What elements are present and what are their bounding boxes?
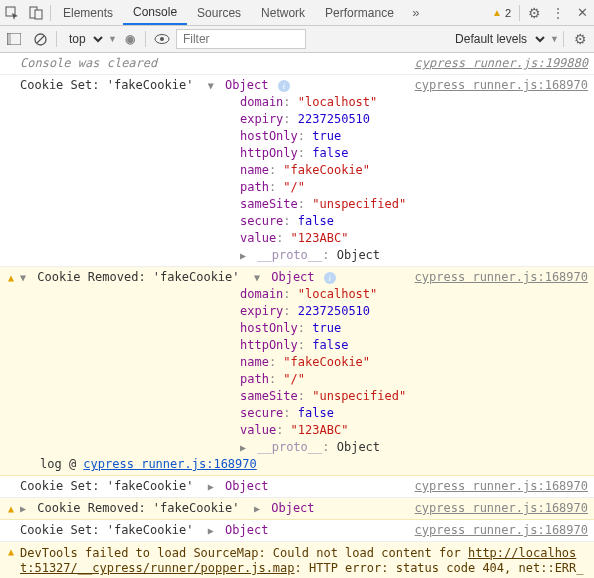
warning-icon: ▲ — [8, 503, 14, 514]
object-prop: hostOnly: true — [240, 128, 407, 145]
object-twisty-closed-icon[interactable]: ▶ — [254, 500, 264, 517]
source-link[interactable]: cypress runner.js:168970 — [407, 500, 588, 517]
svg-rect-2 — [35, 10, 42, 19]
log-row-cookie-removed: ▲ ▼ Cookie Removed: 'fakeCookie' ▼ Objec… — [0, 267, 594, 476]
object-prop: path: "/" — [240, 179, 407, 196]
object-prop: expiry: 2237250510 — [240, 303, 407, 320]
device-toolbar-icon[interactable] — [24, 1, 48, 25]
object-prop: hostOnly: true — [240, 320, 407, 337]
warning-icon: ▲ — [8, 546, 14, 557]
sourcemap-warning: ▲ DevTools failed to load SourceMap: Cou… — [0, 542, 594, 578]
object-label[interactable]: Object — [225, 523, 268, 537]
group-twisty-closed-icon[interactable]: ▶ — [20, 500, 30, 517]
log-label: Cookie Removed: 'fakeCookie' — [37, 270, 239, 284]
object-prop: httpOnly: false — [240, 337, 407, 354]
object-body: domain: "localhost"expiry: 2237250510hos… — [240, 94, 407, 264]
source-link[interactable]: cypress runner.js:168970 — [407, 269, 588, 473]
object-prop: httpOnly: false — [240, 145, 407, 162]
object-prop: value: "123ABC" — [240, 230, 407, 247]
log-row-cookie-removed: ▲ ▶ Cookie Removed: 'fakeCookie' ▶ Objec… — [0, 498, 594, 520]
object-prop: sameSite: "unspecified" — [240, 196, 407, 213]
source-link[interactable]: cypress runner.js:199880 — [407, 55, 588, 72]
proto-twisty-closed-icon[interactable]: ▶ — [240, 247, 250, 264]
chevron-down-icon: ▼ — [550, 34, 559, 44]
object-twisty-closed-icon[interactable]: ▶ — [208, 522, 218, 539]
warning-icon: ▲ — [8, 272, 14, 283]
log-label: Cookie Set: 'fakeCookie' — [20, 78, 193, 92]
kebab-menu-icon[interactable]: ⋮ — [546, 1, 570, 25]
object-twisty-open-icon[interactable]: ▼ — [254, 269, 264, 286]
object-prop: expiry: 2237250510 — [240, 111, 407, 128]
object-prop: domain: "localhost" — [240, 94, 407, 111]
object-label[interactable]: Object — [271, 501, 314, 515]
object-prop: secure: false — [240, 213, 407, 230]
object-body: domain: "localhost"expiry: 2237250510hos… — [240, 286, 407, 456]
object-label[interactable]: Object — [271, 270, 314, 284]
context-select[interactable]: top — [61, 29, 106, 49]
info-icon[interactable]: i — [278, 80, 290, 92]
chevron-down-icon: ▼ — [108, 34, 117, 44]
object-label[interactable]: Object — [225, 479, 268, 493]
object-twisty-closed-icon[interactable]: ▶ — [208, 478, 218, 495]
object-prop: path: "/" — [240, 371, 407, 388]
log-label: Cookie Removed: 'fakeCookie' — [37, 501, 239, 515]
source-link[interactable]: cypress runner.js:168970 — [407, 522, 588, 539]
tab-network[interactable]: Network — [251, 2, 315, 24]
warning-icon: ▲ — [492, 7, 502, 18]
filter-input[interactable] — [176, 29, 306, 49]
info-icon[interactable]: i — [324, 272, 336, 284]
log-label: Cookie Set: 'fakeCookie' — [20, 523, 193, 537]
object-twisty-open-icon[interactable]: ▼ — [208, 77, 218, 94]
svg-line-6 — [37, 36, 44, 43]
object-label[interactable]: Object — [225, 78, 268, 92]
settings-icon[interactable]: ⚙ — [522, 1, 546, 25]
svg-rect-4 — [7, 33, 11, 45]
log-levels-select[interactable]: Default levels — [447, 29, 548, 49]
proto-twisty-closed-icon[interactable]: ▶ — [240, 439, 250, 456]
object-prop: sameSite: "unspecified" — [240, 388, 407, 405]
object-prop: name: "fakeCookie" — [240, 162, 407, 179]
inspect-element-icon[interactable] — [0, 1, 24, 25]
console-settings-icon[interactable]: ⚙ — [568, 27, 592, 51]
object-proto[interactable]: ▶ __proto__: Object — [240, 439, 407, 456]
tab-sources[interactable]: Sources — [187, 2, 251, 24]
object-proto[interactable]: ▶ __proto__: Object — [240, 247, 407, 264]
source-link[interactable]: cypress runner.js:168970 — [407, 77, 588, 264]
console-cleared-row: Console was cleared cypress runner.js:19… — [0, 53, 594, 75]
close-devtools-icon[interactable]: ✕ — [570, 1, 594, 25]
stack-trace: log @ cypress runner.js:168970 — [20, 456, 407, 473]
log-row-cookie-set: Cookie Set: 'fakeCookie' ▶ Object cypres… — [0, 476, 594, 498]
more-tabs-icon[interactable]: » — [404, 1, 428, 25]
log-row-cookie-set: Cookie Set: 'fakeCookie' ▼ Object i doma… — [0, 75, 594, 267]
svg-point-8 — [160, 37, 164, 41]
tab-console[interactable]: Console — [123, 1, 187, 25]
tab-performance[interactable]: Performance — [315, 2, 404, 24]
live-expression-icon[interactable]: ◉ — [119, 32, 141, 46]
group-twisty-open-icon[interactable]: ▼ — [20, 269, 30, 286]
object-prop: domain: "localhost" — [240, 286, 407, 303]
source-link[interactable]: cypress runner.js:168970 — [407, 478, 588, 495]
log-label: Cookie Set: 'fakeCookie' — [20, 479, 193, 493]
eye-icon[interactable] — [150, 33, 174, 45]
object-prop: secure: false — [240, 405, 407, 422]
object-prop: name: "fakeCookie" — [240, 354, 407, 371]
object-prop: value: "123ABC" — [240, 422, 407, 439]
warnings-count[interactable]: ▲ 2 — [486, 7, 517, 19]
console-sidebar-toggle-icon[interactable] — [2, 27, 26, 51]
stack-link[interactable]: cypress runner.js:168970 — [83, 457, 256, 471]
log-row-cookie-set: Cookie Set: 'fakeCookie' ▶ Object cypres… — [0, 520, 594, 542]
tab-elements[interactable]: Elements — [53, 2, 123, 24]
clear-console-icon[interactable] — [28, 27, 52, 51]
